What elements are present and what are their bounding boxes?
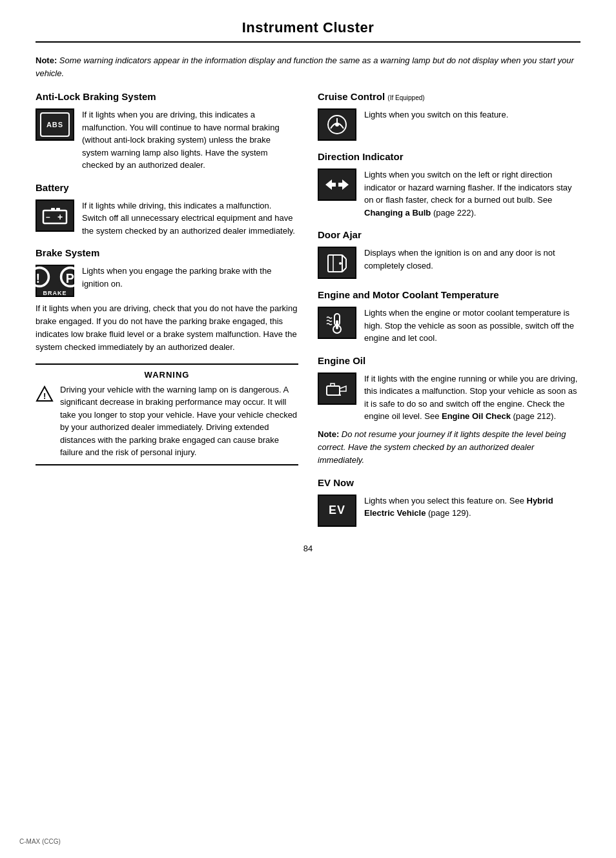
svg-text:–: – — [46, 212, 50, 221]
section-title-ev: EV Now — [318, 477, 580, 488]
battery-caption: If it lights while driving, this indicat… — [82, 199, 298, 238]
brake-p-icon: P — [56, 265, 85, 289]
section-title-door: Door Ajar — [318, 229, 580, 240]
coolant-caption: Lights when the engine or motor coolant … — [364, 307, 580, 345]
warning-triangle-icon: ! — [36, 385, 55, 407]
engineoil-link: Engine Oil Check — [442, 411, 511, 421]
left-column: Anti-Lock Braking System ABS If it light… — [36, 91, 298, 532]
note-text: Some warning indicators appear in the in… — [36, 56, 574, 78]
door-icon-box — [318, 247, 356, 279]
cruise-suffix: (If Equipped) — [387, 94, 424, 101]
engineoil-note-label: Note: — [318, 429, 339, 439]
cruise-row: Lights when you switch on this feature. — [318, 108, 580, 141]
title-divider — [36, 41, 580, 43]
direction-row: Lights when you switch on the left or ri… — [318, 169, 580, 219]
battery-icon-box: – + — [36, 199, 74, 232]
warning-title: WARNING — [36, 370, 298, 380]
coolant-icon — [323, 311, 351, 334]
warning-text: Driving your vehicle with the warning la… — [60, 383, 298, 459]
section-title-direction: Direction Indicator — [318, 151, 580, 162]
direction-icon-box — [318, 169, 356, 201]
abs-icon: ABS — [40, 112, 70, 137]
abs-row: ABS If it lights when you are driving, t… — [36, 108, 298, 172]
page-number: 84 — [36, 544, 580, 553]
svg-marker-15 — [325, 179, 336, 190]
svg-text:!: ! — [36, 271, 41, 285]
coolant-icon-box — [318, 307, 356, 339]
svg-point-13 — [335, 123, 339, 127]
section-title-cruise: Cruise Control (If Equipped) — [318, 91, 580, 102]
note-label: Note: — [36, 56, 57, 65]
brake-label: BRAKE — [43, 290, 67, 296]
section-title-coolant: Engine and Motor Coolant Temperature — [318, 289, 580, 300]
direction-link: Changing a Bulb — [364, 208, 431, 218]
brake-icon-box: ! P BRAKE — [36, 265, 74, 297]
svg-rect-25 — [336, 320, 338, 329]
ev-caption: Lights when you select this feature on. … — [364, 495, 580, 520]
cruise-icon-box — [318, 108, 356, 141]
brake-caption: Lights when you engage the parking brake… — [82, 265, 298, 290]
ev-link: Hybrid Electric Vehicle — [364, 496, 553, 518]
svg-text:+: + — [57, 212, 63, 222]
coolant-row: Lights when the engine or motor coolant … — [318, 307, 580, 345]
section-title-abs: Anti-Lock Braking System — [36, 91, 298, 102]
ev-label: EV — [329, 504, 345, 517]
brake-circle-icon: ! — [25, 265, 54, 289]
svg-rect-26 — [327, 386, 340, 395]
engineoil-icon — [323, 377, 351, 400]
abs-icon-box: ABS — [36, 108, 74, 141]
section-title-engineoil: Engine Oil — [318, 355, 580, 366]
brake-row: ! P BRAKE Lights when you engage the par… — [36, 265, 298, 297]
abs-caption: If it lights when you are driving, this … — [82, 108, 298, 172]
ev-icon-box: EV — [318, 495, 356, 527]
engineoil-note-text: Do not resume your journey if it lights … — [318, 429, 566, 465]
door-row: Displays when the ignition is on and any… — [318, 247, 580, 279]
ev-row: EV Lights when you select this feature o… — [318, 495, 580, 527]
section-title-battery: Battery — [36, 182, 298, 193]
right-column: Cruise Control (If Equipped) Lights when… — [318, 91, 580, 532]
section-title-brake: Brake System — [36, 247, 298, 258]
svg-rect-1 — [51, 208, 55, 211]
engineoil-row: If it lights with the engine running or … — [318, 373, 580, 423]
brake-para: If it lights when you are driving, check… — [36, 302, 298, 354]
direction-caption: Lights when you switch on the left or ri… — [364, 169, 580, 219]
battery-icon: – + — [41, 204, 69, 227]
svg-rect-2 — [56, 208, 60, 211]
cruise-caption: Lights when you switch on this feature. — [364, 108, 508, 121]
warning-body: ! Driving your vehicle with the warning … — [36, 383, 298, 459]
page-container: Instrument Cluster Note: Some warning in… — [0, 0, 616, 858]
svg-marker-16 — [338, 179, 349, 190]
engineoil-note: Note: Do not resume your journey if it l… — [318, 428, 580, 467]
direction-icon — [323, 173, 351, 196]
warning-box: WARNING ! Driving your vehicle with the … — [36, 363, 298, 465]
svg-text:P: P — [66, 271, 74, 285]
engineoil-caption: If it lights with the engine running or … — [364, 373, 580, 423]
page-title: Instrument Cluster — [36, 19, 580, 36]
two-column-layout: Anti-Lock Braking System ABS If it light… — [36, 91, 580, 532]
svg-text:!: ! — [43, 391, 46, 401]
svg-point-22 — [339, 262, 342, 265]
cruise-icon — [323, 113, 351, 136]
intro-note: Note: Some warning indicators appear in … — [36, 54, 580, 79]
engineoil-icon-box — [318, 373, 356, 405]
footer-label: C-MAX (CCG) — [19, 838, 61, 845]
battery-row: – + If it lights while driving, this ind… — [36, 199, 298, 238]
abs-label: ABS — [46, 121, 63, 128]
door-caption: Displays when the ignition is on and any… — [364, 247, 580, 272]
door-icon — [323, 251, 351, 274]
